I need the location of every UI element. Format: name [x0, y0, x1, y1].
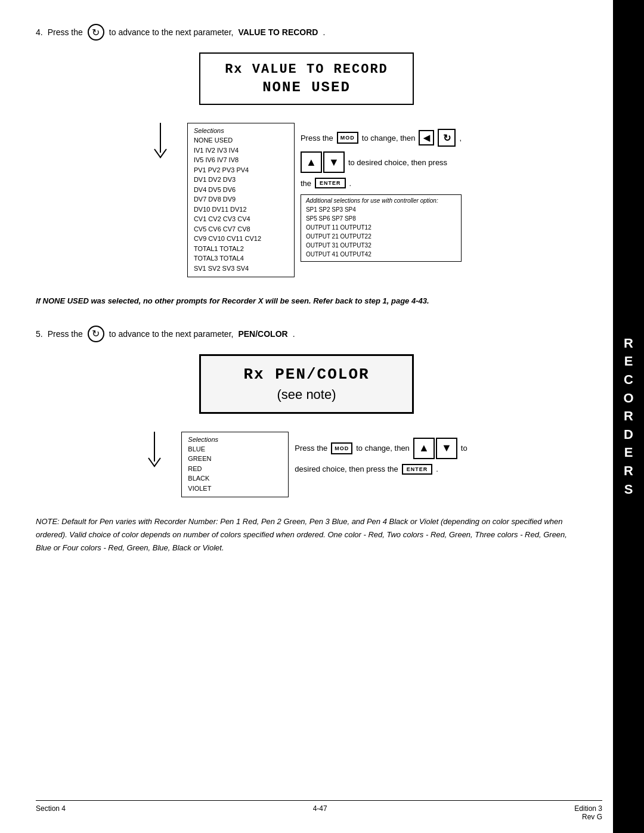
step-4-number: 4.: [36, 27, 43, 37]
rotate-button-step4[interactable]: ↻: [438, 129, 456, 147]
instr-period: .: [349, 179, 352, 188]
step-5-number: 5.: [36, 329, 43, 339]
addl-out31-32: OUTPUT 31 OUTPUT32: [306, 241, 371, 250]
addl-sp1234: SP1 SP2 SP3 SP4: [306, 205, 371, 214]
right-instructions-step5: Press the MOD to change, then ▲ ▼ to: [295, 432, 467, 479]
connector-arrow-step4: [151, 123, 169, 159]
sel-black: BLACK: [188, 473, 282, 484]
addl-col-left: SP1 SP2 SP3 SP4 SP5 SP6 SP7 SP8 OUTPUT 1…: [306, 205, 371, 259]
sidebar-letter-e1: E: [624, 353, 633, 370]
updown-group-step5: ▲ ▼: [413, 438, 457, 459]
step-5-text-before: Press the: [48, 329, 83, 339]
instr-row3-step4: the ENTER .: [301, 178, 462, 188]
updown-group-step4: ▲ ▼: [301, 151, 345, 173]
selections-list-step4: NONE USED IV1 IV2 IV3 IV4 IV5 IV6 IV7 IV…: [194, 135, 288, 273]
step-5-line: 5. Press the ↻ to advance to the next pa…: [36, 326, 577, 342]
sel-cv5678: CV5 CV6 CV7 CV8: [194, 224, 288, 234]
step-5-param-name: PEN/COLOR: [238, 329, 287, 339]
sel-iv1234: IV1 IV2 IV3 IV4: [194, 145, 288, 156]
sidebar-letter-r3: R: [624, 463, 633, 480]
rotate-icon-step4: ↻: [88, 24, 104, 41]
additional-selections-step4: Additional selections for use with contr…: [301, 194, 462, 262]
up-arrow-button-step5[interactable]: ▲: [413, 438, 435, 459]
mid-row-step4: Selections NONE USED IV1 IV2 IV3 IV4 IV5…: [151, 123, 462, 277]
step-5-text-after: to advance to the next parameter,: [109, 329, 234, 339]
mod-button-step4[interactable]: MOD: [337, 132, 358, 144]
sel-violet: VIOLET: [188, 484, 282, 494]
sel-cv1234: CV1 CV2 CV3 CV4: [194, 214, 288, 224]
step-4-text-after: to advance to the next parameter,: [109, 27, 234, 37]
enter-button-step4[interactable]: ENTER: [315, 178, 346, 188]
instr5-text4: desired choice, then press the: [295, 465, 398, 473]
instr-text3: to desired choice, then press: [348, 158, 447, 167]
sidebar: R E C O R D E R S: [613, 0, 644, 833]
additional-title: Additional selections for use with contr…: [306, 197, 456, 204]
instr5-text1: Press the: [295, 444, 327, 453]
step-4-section: 4. Press the ↻ to advance to the next pa…: [36, 24, 577, 277]
down-arrow-button-step4[interactable]: ▼: [323, 151, 345, 173]
sel-pv1234: PV1 PV2 PV3 PV4: [194, 165, 288, 175]
sel-iv5678: IV5 IV6 IV7 IV8: [194, 155, 288, 165]
footer: Section 4 4-47 Edition 3 Rev G: [36, 800, 602, 821]
enter-button-step5[interactable]: ENTER: [402, 464, 433, 475]
instr-row1-step4: Press the MOD to change, then ◀ ↻ ,: [301, 129, 462, 147]
down-arrow-button-step5[interactable]: ▼: [436, 438, 457, 459]
step-5-section: 5. Press the ↻ to advance to the next pa…: [36, 326, 577, 498]
sidebar-letter-o: O: [623, 390, 633, 407]
instr-comma: ,: [459, 134, 462, 143]
instr5-period: .: [436, 465, 438, 473]
selections-label-step5: Selections: [188, 436, 282, 443]
display-title-step4: Rx VALUE TO RECORD: [212, 62, 401, 77]
back-arrow-button-step4[interactable]: ◀: [419, 130, 434, 145]
up-arrow-button-step4[interactable]: ▲: [301, 151, 322, 173]
selections-panel-step4: Selections NONE USED IV1 IV2 IV3 IV4 IV5…: [187, 123, 295, 277]
right-instructions-step4: Press the MOD to change, then ◀ ↻ , ▲: [301, 123, 462, 262]
rotate-icon-step5: ↻: [88, 326, 104, 342]
mod-button-step5[interactable]: MOD: [331, 442, 352, 454]
selections-label-step4: Selections: [194, 127, 288, 134]
main-content: 4. Press the ↻ to advance to the next pa…: [0, 0, 613, 833]
step-4-param-name: VALUE TO RECORD: [238, 27, 318, 37]
sel-blue: BLUE: [188, 444, 282, 454]
step-4-text-before: Press the: [48, 27, 83, 37]
step4-period: .: [323, 27, 325, 37]
sel-dv123: DV1 DV2 DV3: [194, 175, 288, 185]
none-used-note: If NONE USED was selected, no other prom…: [36, 295, 577, 308]
footer-left: Section 4: [36, 804, 66, 821]
display-subtitle-step4: NONE USED: [212, 79, 401, 95]
sidebar-letter-s: S: [624, 481, 633, 498]
sidebar-letter-r2: R: [624, 408, 633, 425]
connector-arrow-step5: [145, 432, 163, 467]
step5-period: .: [293, 329, 295, 339]
footer-center: 4-47: [313, 804, 327, 821]
pen-color-title: Rx PEN/COLOR: [213, 366, 400, 383]
sel-dv456: DV4 DV5 DV6: [194, 185, 288, 195]
step-4-line: 4. Press the ↻ to advance to the next pa…: [36, 24, 577, 41]
selections-panel-step5: Selections BLUE GREEN RED BLACK VIOLET: [181, 432, 289, 498]
footer-rev: Rev G: [574, 813, 602, 821]
sel-none-used: NONE USED: [194, 135, 288, 145]
mid-row-step5: Selections BLUE GREEN RED BLACK VIOLET: [145, 432, 467, 498]
sidebar-letters: R E C O R D E R S: [623, 335, 633, 498]
instr5-text2: to change, then: [356, 444, 410, 453]
instr-row2-step5: desired choice, then press the ENTER .: [295, 464, 467, 475]
instr-text2: to change, then: [362, 134, 416, 143]
instr-row1-step5: Press the MOD to change, then ▲ ▼ to: [295, 438, 467, 459]
sel-sv1234: SV1 SV2 SV3 SV4: [194, 264, 288, 274]
addl-cols: SP1 SP2 SP3 SP4 SP5 SP6 SP7 SP8 OUTPUT 1…: [306, 205, 456, 259]
note-text: NOTE: Default for Pen varies with Record…: [36, 515, 577, 555]
instr-row2-step4: ▲ ▼ to desired choice, then press: [301, 151, 462, 173]
addl-sp5678: SP5 SP6 SP7 SP8: [306, 214, 371, 223]
sel-red: RED: [188, 464, 282, 474]
sidebar-letter-e2: E: [624, 444, 633, 462]
sel-total12: TOTAL1 TOTAL2: [194, 244, 288, 254]
sel-dv101112: DV10 DV11 DV12: [194, 205, 288, 215]
sel-cv9-12: CV9 CV10 CV11 CV12: [194, 234, 288, 244]
selections-list-step5: BLUE GREEN RED BLACK VIOLET: [188, 444, 282, 494]
sel-dv789: DV7 DV8 DV9: [194, 194, 288, 205]
pen-color-subtitle: (see note): [213, 387, 400, 402]
addl-out21-22: OUTPUT 21 OUTPUT22: [306, 232, 371, 241]
footer-right: Edition 3 Rev G: [574, 804, 602, 821]
addl-out41-42: OUTPUT 41 OUTPUT42: [306, 250, 371, 259]
sidebar-letter-d: D: [624, 426, 633, 444]
